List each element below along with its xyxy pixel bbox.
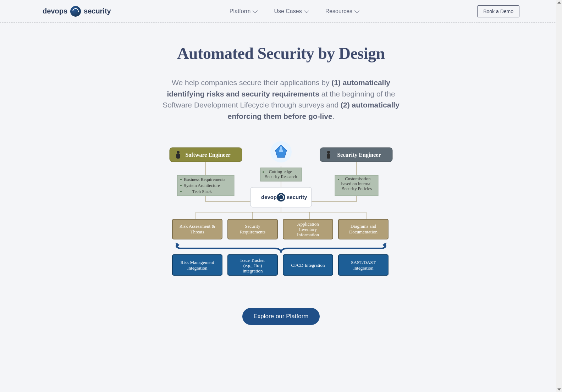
- logo-icon: [70, 6, 81, 17]
- svg-point-11: [177, 151, 180, 154]
- nav-label: Platform: [230, 8, 251, 15]
- svg-point-25: [180, 191, 182, 192]
- diagram-left-item: System Architecture: [184, 183, 220, 188]
- explore-platform-button[interactable]: Explore our Platform: [242, 308, 320, 325]
- book-demo-button[interactable]: Book a Demo: [477, 5, 519, 17]
- site-logo[interactable]: devops security: [43, 6, 111, 17]
- hero-text: We help companies secure their applicati…: [172, 78, 331, 87]
- svg-text:Issue Tracker(e.g., Jira)Integ: Issue Tracker(e.g., Jira)Integration: [240, 258, 265, 274]
- site-header: devops security Platform Use Cases Resou…: [0, 0, 562, 23]
- svg-point-14: [327, 151, 330, 154]
- svg-text:Cutting-edge
        Security : Cutting-edge Security Research: [265, 169, 297, 179]
- diagram-left-item: Tech Stack: [192, 189, 212, 194]
- diagram-left-item: Business Requirements: [184, 177, 225, 182]
- svg-text:Diagrams andDocumentation: Diagrams andDocumentation: [349, 223, 378, 234]
- svg-rect-49: [338, 255, 388, 275]
- svg-point-23: [180, 179, 182, 180]
- hero-description: We help companies secure their applicati…: [153, 77, 409, 122]
- nav-label: Use Cases: [274, 8, 302, 15]
- page-scrollbar[interactable]: [556, 0, 562, 392]
- nav-label: Resources: [325, 8, 352, 15]
- scroll-down-icon[interactable]: [557, 388, 561, 391]
- chevron-down-icon: [253, 8, 258, 13]
- svg-text:ApplicationInventoryInformatio: ApplicationInventoryInformation: [297, 221, 319, 237]
- svg-point-24: [180, 185, 182, 186]
- diagram-role-left: Software Engineer: [185, 152, 230, 158]
- primary-nav: Platform Use Cases Resources: [230, 8, 359, 15]
- hero-text: .: [332, 112, 335, 120]
- chevron-down-icon: [304, 8, 309, 13]
- logo-text-left: devops: [43, 7, 67, 15]
- nav-item-use-cases[interactable]: Use Cases: [274, 8, 308, 15]
- logo-text-right: security: [84, 7, 111, 15]
- svg-text:SAST/DASTIntegration: SAST/DASTIntegration: [351, 260, 375, 271]
- svg-point-27: [338, 179, 339, 180]
- svg-text:CI/CD Integration: CI/CD Integration: [291, 263, 325, 268]
- nav-item-resources[interactable]: Resources: [325, 8, 359, 15]
- hero-section: Automated Security by Design We help com…: [0, 23, 562, 325]
- svg-rect-43: [172, 255, 222, 275]
- scroll-up-icon[interactable]: [557, 1, 561, 4]
- svg-rect-12: [176, 154, 180, 159]
- diagram-svg: Software Engineer Security Engineer Cutt…: [167, 141, 395, 283]
- chevron-down-icon: [354, 8, 359, 13]
- nav-item-platform[interactable]: Platform: [230, 8, 257, 15]
- svg-rect-15: [327, 154, 330, 159]
- svg-point-21: [263, 171, 264, 173]
- svg-text:Customisation
        based on: Customisation based on internal Security…: [341, 176, 373, 191]
- diagram-role-right: Security Engineer: [337, 152, 381, 158]
- svg-text:security: security: [287, 194, 307, 200]
- architecture-diagram: Software Engineer Security Engineer Cutt…: [167, 141, 395, 283]
- page-title: Automated Security by Design: [0, 44, 562, 63]
